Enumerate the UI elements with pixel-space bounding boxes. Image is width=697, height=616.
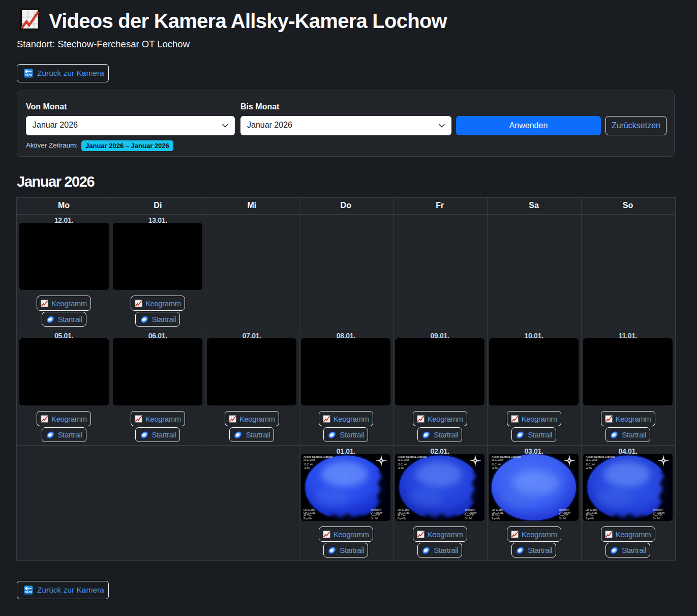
svg-text:Alt 35m: Alt 35m [398,514,406,517]
svg-text:BACK: BACK [25,74,33,77]
svg-text:+2.5C: +2.5C [398,467,404,470]
svg-text:+2.5C: +2.5C [304,467,310,470]
svg-text:Lon 12.33E: Lon 12.33E [304,512,316,514]
svg-text:Lat 52.58N: Lat 52.58N [304,509,315,511]
svg-text:Bin 2x2: Bin 2x2 [465,517,473,520]
svg-text:Alt 35m: Alt 35m [304,514,312,517]
svg-text:17:01:46: 17:01:46 [304,463,313,466]
svg-text:OT Lochow: OT Lochow [465,512,477,514]
svg-text:Exp 60s: Exp 60s [492,517,500,520]
svg-text:Lat 52.58N: Lat 52.58N [586,509,597,511]
svg-text:Gain 250: Gain 250 [559,514,568,517]
svg-text:01.01.2026: 01.01.2026 [492,459,503,461]
svg-text:Alt 35m: Alt 35m [586,514,594,517]
svg-text:OT Lochow: OT Lochow [559,512,571,514]
svg-text:Lon 12.33E: Lon 12.33E [586,512,598,514]
svg-text:Allsky-Kamera Lochow: Allsky-Kamera Lochow [304,455,333,458]
svg-text:01.01.2026: 01.01.2026 [304,459,315,461]
svg-text:Stechow-F.: Stechow-F. [559,509,570,511]
svg-text:Exp 60s: Exp 60s [398,517,406,520]
svg-text:Gain 250: Gain 250 [371,514,380,517]
svg-text:Stechow-F.: Stechow-F. [465,509,476,511]
svg-text:Lat 52.58N: Lat 52.58N [398,509,409,511]
svg-text:Gain 250: Gain 250 [653,514,662,517]
svg-text:Allsky-Kamera Lochow: Allsky-Kamera Lochow [586,455,615,458]
svg-text:OT Lochow: OT Lochow [653,512,665,514]
svg-text:17:01:46: 17:01:46 [398,463,407,466]
svg-text:Lat 52.58N: Lat 52.58N [492,509,503,511]
svg-text:+2.5C: +2.5C [492,467,498,470]
svg-text:+2.5C: +2.5C [586,467,592,470]
svg-text:Bin 2x2: Bin 2x2 [559,517,567,520]
svg-text:Bin 2x2: Bin 2x2 [653,517,661,520]
svg-text:Allsky-Kamera Lochow: Allsky-Kamera Lochow [398,455,427,458]
svg-text:Exp 60s: Exp 60s [586,517,594,520]
svg-text:01.01.2026: 01.01.2026 [586,459,597,461]
svg-text:Lon 12.33E: Lon 12.33E [492,512,504,514]
svg-text:01.01.2026: 01.01.2026 [398,459,409,461]
svg-text:Gain 250: Gain 250 [465,514,474,517]
svg-text:Exp 60s: Exp 60s [304,517,312,520]
svg-text:Stechow-F.: Stechow-F. [371,509,382,511]
svg-text:17:01:46: 17:01:46 [492,463,501,466]
svg-text:OT Lochow: OT Lochow [371,512,383,514]
svg-text:Alt 35m: Alt 35m [492,514,500,517]
svg-text:BACK: BACK [25,591,33,594]
svg-text:Bin 2x2: Bin 2x2 [371,517,379,520]
svg-text:17:01:46: 17:01:46 [586,463,595,466]
svg-text:Stechow-F.: Stechow-F. [653,509,664,511]
svg-text:Lon 12.33E: Lon 12.33E [398,512,410,514]
svg-text:Allsky-Kamera Lochow: Allsky-Kamera Lochow [492,455,521,458]
